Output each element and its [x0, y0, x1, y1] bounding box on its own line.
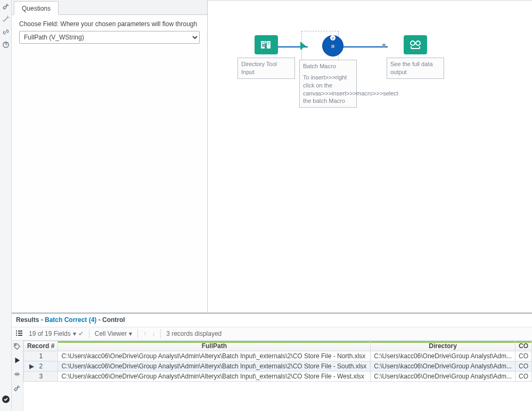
- node-caption: Batch Macro To insert>>>right click on t…: [299, 60, 357, 108]
- svg-point-6: [411, 41, 415, 45]
- sort-desc-button[interactable]: ↓: [152, 330, 155, 337]
- wrench-icon[interactable]: [13, 384, 22, 393]
- svg-rect-8: [16, 331, 17, 332]
- list-icon[interactable]: [15, 329, 23, 339]
- play-icon[interactable]: [13, 357, 22, 365]
- tune-icon[interactable]: [13, 370, 22, 379]
- wand-icon[interactable]: [2, 15, 10, 23]
- field-dropdown[interactable]: FullPath (V_WString): [19, 31, 200, 44]
- sort-asc-button[interactable]: ↑: [143, 330, 146, 337]
- svg-rect-2: [262, 42, 264, 43]
- config-panel: Questions Choose Field: Where your chose…: [12, 0, 208, 312]
- field-label: Choose Field: Where your chosen paramete…: [19, 20, 200, 28]
- results-grid[interactable]: Record # FullPath Directory CO 1 C:\User…: [23, 341, 532, 411]
- svg-rect-9: [18, 331, 22, 332]
- col-fullpath[interactable]: FullPath: [58, 341, 371, 351]
- tab-questions[interactable]: Questions: [14, 1, 59, 15]
- results-icon-rail: [12, 341, 23, 411]
- help-icon[interactable]: [2, 41, 10, 49]
- svg-rect-4: [268, 42, 270, 43]
- table-row[interactable]: ▶2 C:\Users\kacc06\OneDrive\Group Analys…: [24, 361, 532, 372]
- chevron-down-icon: ▾: [73, 330, 76, 337]
- svg-rect-11: [18, 333, 22, 334]
- col-record-num[interactable]: Record #: [24, 341, 58, 351]
- node-caption: Directory Tool Input: [238, 58, 295, 79]
- directory-tool-icon: [255, 35, 278, 54]
- row-caret-icon: ▶: [29, 362, 34, 370]
- svg-rect-5: [268, 44, 270, 44]
- svg-point-14: [15, 345, 16, 346]
- col-directory[interactable]: Directory: [371, 341, 515, 351]
- workflow-canvas[interactable]: Directory Tool Input i Batch Macro To in…: [208, 0, 532, 312]
- check-icon: ✔: [78, 330, 84, 337]
- node-caption: See the full data output: [387, 58, 444, 79]
- svg-point-7: [416, 41, 420, 45]
- config-tabbar: Questions: [12, 0, 207, 15]
- chevron-down-icon: ▾: [129, 330, 132, 337]
- link-icon[interactable]: [2, 28, 10, 36]
- node-batch-macro[interactable]: i Batch Macro To insert>>>right click on…: [309, 35, 357, 108]
- table-row[interactable]: 3 C:\Users\kacc06\OneDrive\Group Analyst…: [24, 372, 532, 382]
- macro-input-chevron-icon: [300, 42, 306, 50]
- check-circle-icon[interactable]: [2, 395, 10, 404]
- svg-rect-10: [16, 333, 17, 334]
- col-extra[interactable]: CO: [515, 341, 531, 351]
- tag-icon[interactable]: [13, 343, 22, 351]
- svg-rect-12: [16, 335, 17, 336]
- table-row[interactable]: 1 C:\Users\kacc06\OneDrive\Group Analyst…: [24, 351, 532, 361]
- fields-selector[interactable]: 19 of 19 Fields ▾ ✔: [29, 330, 84, 337]
- node-browse[interactable]: See the full data output: [387, 35, 444, 79]
- browse-tool-icon: [404, 35, 427, 54]
- results-panel: Results - Batch Correct (4) - Control 19…: [12, 313, 532, 411]
- svg-rect-13: [18, 335, 22, 336]
- results-title: Results - Batch Correct (4) - Control: [12, 314, 532, 327]
- info-badge-icon: i: [330, 35, 335, 41]
- results-toolbar: 19 of 19 Fields ▾ ✔ Cell Viewer ▾ ↑ ↓ 3 …: [12, 327, 532, 341]
- records-count: 3 records displayed: [166, 330, 222, 337]
- tool-icon-rail: [0, 0, 12, 411]
- wrench-icon[interactable]: [2, 2, 10, 11]
- cell-viewer-dropdown[interactable]: Cell Viewer ▾: [95, 330, 132, 337]
- node-directory-tool[interactable]: Directory Tool Input: [238, 35, 295, 79]
